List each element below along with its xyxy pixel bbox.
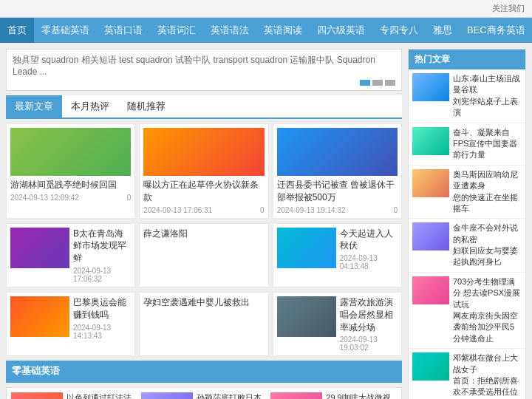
hot-subtext-0: 刘宪华站桌子上表演 xyxy=(453,96,522,119)
article-meta-0: 2024-09-13 12:09:42 0 xyxy=(10,194,131,202)
zero-item-1[interactable]: 孙颖莎底打败日本一号 2021年11月26日 xyxy=(141,392,267,399)
hot-text-1: 奋斗、凝聚来自FPS宣传中国妻器前行力量 xyxy=(453,127,522,161)
hot-text-4: 703分考生物理满分 想去读PSX漫展试玩 xyxy=(453,276,522,310)
article-meta-8: 2024-09-13 19:03:02 xyxy=(340,335,398,352)
zero-item-2[interactable]: 29.9咖啡大战微视库迪激热污高辛 xyxy=(270,392,397,399)
nav-item-ielts[interactable]: 雅思 xyxy=(426,18,460,43)
hot-articles-title: 热门文章 xyxy=(409,50,525,69)
article-title-0: 游湖林间觅践亭绝时候回国 xyxy=(10,179,131,191)
hot-subtext-4: 网友南京街头因空袭前给加沙平民5分钟逃命止 xyxy=(453,310,522,344)
article-date-5: 2024-09-13 04:13:48 xyxy=(340,254,398,270)
article-card-5[interactable]: 今天起进入人秋伏 2024-09-13 04:13:48 xyxy=(273,223,402,287)
hot-article-3[interactable]: 金牛座不会对外说的私密 妇联回应女与婴婆起执跑河身匕 xyxy=(409,219,525,273)
nav-item-bec[interactable]: BEC商务英语 xyxy=(460,18,532,43)
hot-article-1[interactable]: 奋斗、凝聚来自FPS宣传中国妻器前行力量 xyxy=(409,123,525,166)
zero-section-title: 零基础英语 xyxy=(6,361,402,383)
hot-article-4[interactable]: 703分考生物理满分 想去读PSX漫展试玩 网友南京街头因空袭前给加沙平民5分钟… xyxy=(409,273,525,349)
article-meta-1: 2024-09-13 17:06:31 0 xyxy=(143,206,264,214)
article-date-6: 2024-09-13 14:13:43 xyxy=(73,324,131,340)
article-card-2[interactable]: 迁西县委书记被查 曾被退休干部举报被500万 2024-09-13 19:14:… xyxy=(273,123,402,219)
follow-us-link[interactable]: 关注我们 xyxy=(492,4,525,13)
article-title-4: 薛之谦洛阳 xyxy=(143,228,264,240)
hot-subtext-3: 妇联回应女与婴婆起执跑河身匕 xyxy=(453,245,522,268)
article-title-8: 露营欢旅游演唱会居然显相率减分场 xyxy=(340,296,398,333)
article-count-0: 0 xyxy=(127,194,132,202)
nav-item-grammar[interactable]: 英语语法 xyxy=(203,18,256,43)
article-img-5 xyxy=(277,228,336,268)
hot-img-5 xyxy=(412,352,449,381)
zero-img-0 xyxy=(11,392,63,399)
article-count-2: 0 xyxy=(393,206,398,214)
zero-img-2 xyxy=(270,392,322,399)
article-title-6: 巴黎奥运会能赚到钱吗 xyxy=(73,296,131,321)
article-title-5: 今天起进入人秋伏 xyxy=(340,228,398,253)
article-card-4[interactable]: 薛之谦洛阳 xyxy=(139,223,268,287)
sidebar: 热门文章 山东:泰山主场沮战曼谷联 刘宪华站桌子上表演 奋斗、凝聚来自FPS宣传… xyxy=(408,49,526,399)
article-img-1 xyxy=(143,128,264,176)
slider-dots xyxy=(13,80,395,86)
article-card-3[interactable]: B太在青岛海鲜市场发现罕鲜 2024-09-13 17:06:32 xyxy=(6,223,135,287)
zero-title-1: 孙颖莎底打败日本一号 xyxy=(197,392,267,399)
zero-title-2: 29.9咖啡大战微视库迪激热污高辛 xyxy=(326,392,397,399)
article-date-0: 2024-09-13 12:09:42 xyxy=(10,194,79,202)
article-count-1: 0 xyxy=(260,206,265,214)
article-tabs: 最新文章 本月热评 随机推荐 xyxy=(6,95,402,119)
hot-subtext-2: 您的快速正在坐摇摇车 xyxy=(453,192,522,215)
article-title-1: 曝以方正在起草停火协议新条款 xyxy=(143,179,264,204)
hot-articles-section: 热门文章 山东:泰山主场沮战曼谷联 刘宪华站桌子上表演 奋斗、凝聚来自FPS宣传… xyxy=(408,49,526,399)
article-card-0[interactable]: 游湖林间觅践亭绝时候回国 2024-09-13 12:09:42 0 xyxy=(6,123,135,219)
article-date-8: 2024-09-13 19:03:02 xyxy=(340,335,398,352)
tab-latest[interactable]: 最新文章 xyxy=(6,95,62,117)
article-title-2: 迁西县委书记被查 曾被退休干部举报被500万 xyxy=(277,179,398,204)
hot-article-0[interactable]: 山东:泰山主场沮战曼谷联 刘宪华站桌子上表演 xyxy=(409,69,525,123)
article-img-0 xyxy=(10,128,131,176)
tab-random[interactable]: 随机推荐 xyxy=(118,95,174,117)
article-card-8[interactable]: 露营欢旅游演唱会居然显相率减分场 2024-09-13 19:03:02 xyxy=(273,292,402,356)
content-area: 独具望 squadron 相关短语 test squadron 试验中队 tra… xyxy=(6,49,402,399)
hot-text-0: 山东:泰山主场沮战曼谷联 xyxy=(453,73,522,96)
article-grid-2: B太在青岛海鲜市场发现罕鲜 2024-09-13 17:06:32 薛之谦洛阳 … xyxy=(6,223,402,287)
hot-text-2: 奥马斯因应响幼尼亚遭素身 xyxy=(453,169,522,192)
zero-item-0[interactable]: 以色列通过打法法的决定 2021年11月26日 xyxy=(11,392,137,399)
tab-monthly[interactable]: 本月热评 xyxy=(62,95,118,117)
main-layout: 独具望 squadron 相关短语 test squadron 试验中队 tra… xyxy=(0,43,532,399)
article-meta-6: 2024-09-13 14:13:43 xyxy=(73,324,131,340)
article-grid-3: 巴黎奥运会能赚到钱吗 2024-09-13 14:13:43 孕妇空袭遇难中婴儿… xyxy=(6,292,402,356)
dot-3[interactable] xyxy=(385,80,395,86)
hot-img-1 xyxy=(412,127,449,155)
hot-article-2[interactable]: 奥马斯因应响幼尼亚遭素身 您的快速正在坐摇摇车 xyxy=(409,166,525,219)
article-meta-3: 2024-09-13 17:06:32 xyxy=(73,267,131,283)
nav-item-special[interactable]: 专四专八 xyxy=(372,18,426,43)
article-title-7: 孕妇空袭遇难中婴儿被救出 xyxy=(143,296,264,309)
article-date-1: 2024-09-13 17:06:31 xyxy=(143,206,212,214)
article-img-3 xyxy=(10,228,69,268)
article-date-2: 2024-09-13 19:14:32 xyxy=(277,206,346,214)
hot-articles-list: 山东:泰山主场沮战曼谷联 刘宪华站桌子上表演 奋斗、凝聚来自FPS宣传中国妻器前… xyxy=(409,69,525,399)
article-img-8 xyxy=(277,296,336,337)
zero-section: 零基础英语 以色列通过打法法的决定 2021年11月26日 孙颖莎底打败日本一号 xyxy=(6,361,402,399)
article-img-2 xyxy=(277,128,398,176)
nav-item-reading[interactable]: 英语阅读 xyxy=(256,18,310,43)
article-meta-2: 2024-09-13 19:14:32 0 xyxy=(277,206,398,214)
nav-item-oral[interactable]: 英语口语 xyxy=(97,18,150,43)
dot-1[interactable] xyxy=(360,80,370,86)
nav-item-46[interactable]: 四六级英语 xyxy=(310,18,372,43)
nav-bar: 首页 零基础英语 英语口语 英语词汇 英语语法 英语阅读 四六级英语 专四专八 … xyxy=(0,18,532,43)
article-meta-5: 2024-09-13 04:13:48 xyxy=(340,254,398,270)
search-bar: 独具望 squadron 相关短语 test squadron 试验中队 tra… xyxy=(6,49,402,91)
hot-article-5[interactable]: 邓紫棋在微台上大战女子 首页：拒绝剧所喜欢不承受选用任位台上大战女子 xyxy=(409,349,525,399)
article-grid-1: 游湖林间觅践亭绝时候回国 2024-09-13 12:09:42 0 曝以方正在… xyxy=(6,123,402,219)
hot-text-3: 金牛座不会对外说的私密 xyxy=(453,222,522,245)
nav-item-vocab[interactable]: 英语词汇 xyxy=(150,18,203,43)
top-bar: 关注我们 xyxy=(0,0,532,18)
dot-2[interactable] xyxy=(372,80,383,86)
hot-text-5: 邓紫棋在微台上大战女子 xyxy=(453,352,522,375)
hot-img-2 xyxy=(412,169,449,197)
zero-title-0: 以色列通过打法法的决定 xyxy=(66,392,137,399)
article-card-6[interactable]: 巴黎奥运会能赚到钱吗 2024-09-13 14:13:43 xyxy=(6,292,135,356)
hot-img-4 xyxy=(412,276,449,304)
article-card-7[interactable]: 孕妇空袭遇难中婴儿被救出 xyxy=(139,292,268,356)
article-card-1[interactable]: 曝以方正在起草停火协议新条款 2024-09-13 17:06:31 0 xyxy=(139,123,268,219)
nav-item-zero[interactable]: 零基础英语 xyxy=(34,18,97,43)
nav-item-home[interactable]: 首页 xyxy=(0,18,34,43)
